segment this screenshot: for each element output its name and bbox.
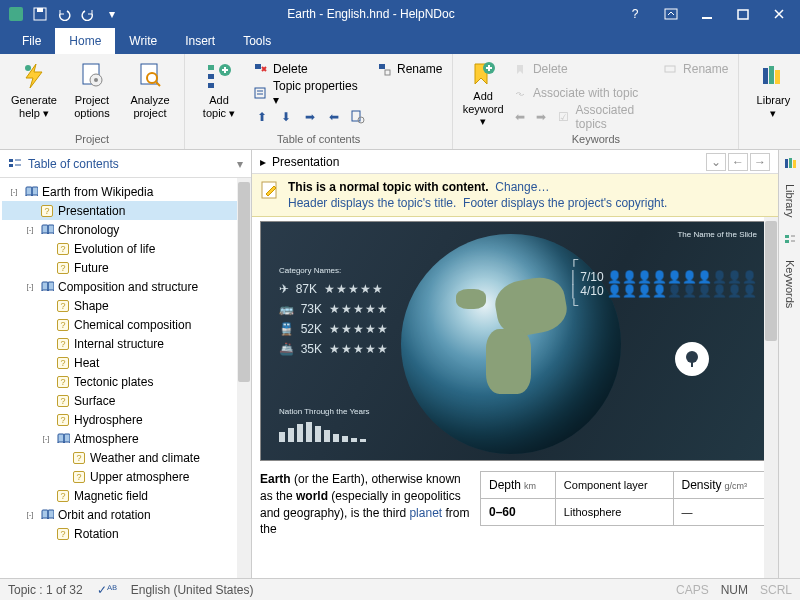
svg-rect-28 [769,66,774,84]
ribbon-toggle-button[interactable] [654,1,688,27]
tree-node[interactable]: ?Evolution of life [2,239,249,258]
add-keyword-button[interactable]: Addkeyword ▾ [459,56,507,128]
keywords-tab[interactable]: Keywords [784,260,796,308]
topic-icon: ? [56,356,70,370]
tab-write[interactable]: Write [115,28,171,54]
editor-scrollbar[interactable] [764,217,778,578]
topic-properties-button[interactable]: Topic properties ▾ [249,82,371,104]
editor-scroll-thumb[interactable] [765,221,777,341]
tree-node[interactable]: ?Tectonic plates [2,372,249,391]
qat-dropdown-icon[interactable]: ▾ [104,6,120,22]
add-topic-button[interactable]: Addtopic ▾ [191,56,247,128]
editor-body[interactable]: The Name of the Slide Category Names: ✈ … [252,217,778,578]
tree-node[interactable]: ?Shape [2,296,249,315]
scrollbar[interactable] [237,178,251,578]
svg-point-9 [94,78,98,82]
tree-node[interactable]: ?Chemical composition [2,315,249,334]
delete-icon [253,62,267,76]
footer-link[interactable]: Footer displays the project's copyright. [463,196,667,210]
book-icon [40,223,54,237]
library-tab[interactable]: Library [784,184,796,218]
language-status[interactable]: English (United States) [131,583,254,597]
library-button[interactable]: Library▾ [745,56,800,128]
help-button[interactable]: ? [618,1,652,27]
associate-button[interactable]: Associate with topic [509,82,657,104]
toc-tree[interactable]: [-]Earth from Wikipedia?Presentation[-]C… [0,178,251,578]
associated-topics-button[interactable]: ☑Associated topics [554,108,653,126]
tree-label: Upper atmosphere [90,470,189,484]
kw-prev-button[interactable]: ⬅ [513,108,528,126]
tree-node[interactable]: [-]Composition and structure [2,277,249,296]
nav-forward-button[interactable]: → [750,153,770,171]
content-area: ▸ Presentation ⌄ ← → This is a normal to… [252,150,778,578]
topic-icon: ? [56,413,70,427]
move-down-button[interactable]: ⬇ [277,108,295,126]
project-options-button[interactable]: Projectoptions [64,56,120,128]
generate-help-button[interactable]: Generatehelp ▾ [6,56,62,128]
tree-node[interactable]: ?Future [2,258,249,277]
book-icon [40,508,54,522]
tab-insert[interactable]: Insert [171,28,229,54]
close-button[interactable] [762,1,796,27]
analyze-project-button[interactable]: Analyzeproject [122,56,178,128]
tree-node[interactable]: [-]Atmosphere [2,429,249,448]
svg-point-6 [25,65,31,71]
tree-node[interactable]: ?Hydrosphere [2,410,249,429]
svg-rect-18 [255,88,265,98]
tree-node[interactable]: [-]Chronology [2,220,249,239]
scroll-thumb[interactable] [238,182,250,382]
body-paragraph: Earth (or the Earth), otherwise known as… [260,471,470,538]
list-icon [253,86,267,100]
svg-rect-23 [379,64,385,69]
nav-back-button[interactable]: ← [728,153,748,171]
undo-icon[interactable] [56,6,72,22]
topic-icon: ? [56,489,70,503]
save-icon[interactable] [32,6,48,22]
tree-node[interactable]: ?Internal structure [2,334,249,353]
topic-count: Topic : 1 of 32 [8,583,83,597]
redo-icon[interactable] [80,6,96,22]
tree-node[interactable]: ?Presentation [2,201,249,220]
panel-menu-icon[interactable]: ▾ [237,157,243,171]
tree-label: Presentation [58,204,125,218]
rename-topic-button[interactable]: Rename [373,58,446,80]
tree-node[interactable]: ?Upper atmosphere [2,467,249,486]
maximize-button[interactable] [726,1,760,27]
right-sidebar: Library Keywords [778,150,800,578]
header-link[interactable]: Header displays the topic's title. [288,196,456,210]
svg-rect-36 [691,361,693,367]
move-right-button[interactable]: ➡ [301,108,319,126]
tree-node[interactable]: [-]Earth from Wikipedia [2,182,249,201]
tab-file[interactable]: File [8,28,55,54]
tree-node[interactable]: [-]Orbit and rotation [2,505,249,524]
topic-icon: ? [56,375,70,389]
minimize-button[interactable] [690,1,724,27]
nav-expand-button[interactable]: ⌄ [706,153,726,171]
move-left-button[interactable]: ⬅ [325,108,343,126]
tab-home[interactable]: Home [55,28,115,54]
tree-label: Orbit and rotation [58,508,151,522]
spellcheck-icon[interactable]: ✓ᴬᴮ [97,583,117,597]
main-area: Table of contents ▾ [-]Earth from Wikipe… [0,150,800,578]
info-bar: This is a normal topic with content. Cha… [252,174,778,217]
tree-node[interactable]: ?Surface [2,391,249,410]
tab-tools[interactable]: Tools [229,28,285,54]
tree-node[interactable]: ?Weather and climate [2,448,249,467]
tree-node[interactable]: ?Heat [2,353,249,372]
crumb-arrow-icon[interactable]: ▸ [260,155,266,169]
delete-keyword-button[interactable]: Delete [509,58,657,80]
ribbon-tabs: File Home Write Insert Tools [0,28,800,54]
find-topic-button[interactable] [349,108,367,126]
rename-keyword-button[interactable]: Rename [659,58,732,80]
document-gear-icon [76,60,108,92]
num-indicator: NUM [721,583,748,597]
tree-node[interactable]: ?Magnetic field [2,486,249,505]
change-link[interactable]: Change… [495,180,549,194]
book-icon [40,280,54,294]
move-up-button[interactable]: ⬆ [253,108,271,126]
delete-topic-button[interactable]: Delete [249,58,371,80]
tree-node[interactable]: ?Rotation [2,524,249,543]
kw-next-button[interactable]: ➡ [534,108,549,126]
planet-link[interactable]: planet [409,506,442,520]
svg-rect-5 [738,10,748,19]
